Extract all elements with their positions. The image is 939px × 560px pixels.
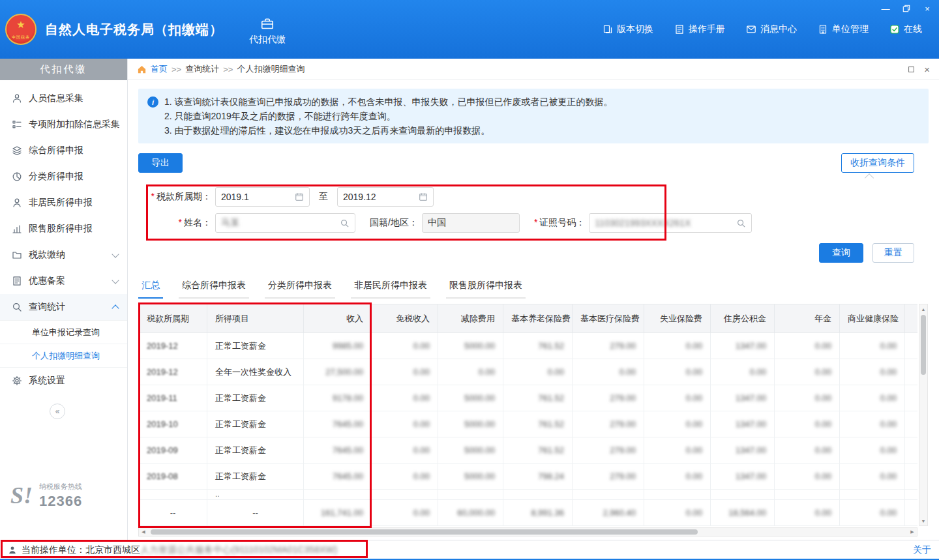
search-icon[interactable] xyxy=(736,218,746,228)
table-row: 2019-08正常工资薪金7645.000.005000.00798.24279… xyxy=(139,464,918,490)
topnav-version-switch[interactable]: 版本切换 xyxy=(603,23,653,35)
pie-icon xyxy=(12,171,22,182)
close-icon[interactable]: × xyxy=(922,3,932,14)
table-header-row: 税款所属期所得项目收入免税收入减除费用基本养老保险费基本医疗保险费失业保险费住房… xyxy=(139,304,918,333)
sidebar-item-restricted-stock[interactable]: 限售股所得申报 xyxy=(0,216,127,242)
scroll-down-icon[interactable]: ▼ xyxy=(919,516,928,525)
online-icon xyxy=(889,24,900,35)
column-header: 失业保险费 xyxy=(644,304,711,333)
org-icon xyxy=(818,24,828,35)
person-icon xyxy=(12,93,22,104)
column-header: 商业健康保险 xyxy=(840,304,905,333)
tabs: 汇总综合所得申报表分类所得申报表非居民所得申报表限售股所得申报表 xyxy=(138,276,929,299)
sidebar-item-system-settings[interactable]: 系统设置 xyxy=(0,367,127,393)
topnav-label: 在线 xyxy=(904,23,922,35)
column-header: 住房公积金 xyxy=(711,304,775,333)
manual-icon xyxy=(674,24,685,35)
calendar-icon[interactable] xyxy=(419,192,428,201)
table-partial-row: .. xyxy=(139,490,918,500)
export-button[interactable]: 导出 xyxy=(138,153,183,173)
sidebar-collapse-button[interactable]: « xyxy=(50,404,65,419)
table-row: 2019-10正常工资薪金7645.000.005000.00761.52279… xyxy=(139,411,918,437)
module-tab-withholding[interactable]: 代扣代缴 xyxy=(249,13,286,46)
scroll-right-icon[interactable]: ▶ xyxy=(908,527,917,537)
top-header: — × ★ 中国税务 自然人电子税务局（扣缴端） 代扣代缴 版本切换操作手册消息… xyxy=(0,0,939,59)
menu-label: 专项附加扣除信息采集 xyxy=(29,119,120,130)
period-label: *税款所属期： xyxy=(138,191,211,203)
sidebar-header: 代扣代缴 xyxy=(0,59,127,80)
checklist-icon xyxy=(12,119,22,130)
version-icon xyxy=(603,24,613,35)
required-mark: * xyxy=(151,191,155,201)
breadcrumb-level1: 查询统计 xyxy=(185,63,219,75)
vscroll-thumb[interactable] xyxy=(921,315,926,375)
tab-comprehensive[interactable]: 综合所得申报表 xyxy=(179,276,249,299)
tab-restricted[interactable]: 限售股所得申报表 xyxy=(446,276,526,299)
name-input[interactable] xyxy=(221,218,337,228)
sidebar-subitem-personal-detail-query[interactable]: 个人扣缴明细查询 xyxy=(0,344,127,367)
restore-icon[interactable] xyxy=(901,3,912,14)
topnav-org-management[interactable]: 单位管理 xyxy=(818,23,869,35)
reset-button[interactable]: 重置 xyxy=(872,243,914,263)
calendar-icon[interactable] xyxy=(295,192,304,201)
menu-label: 税款缴纳 xyxy=(29,249,65,261)
menu-label: 人员信息采集 xyxy=(29,93,83,104)
column-header: 收入 xyxy=(304,304,372,333)
current-unit-clear: 北京市西城区 xyxy=(85,544,140,556)
tab-nonresident[interactable]: 非居民所得申报表 xyxy=(351,276,430,299)
period-start-input[interactable] xyxy=(221,192,292,202)
user-icon xyxy=(8,546,17,555)
vertical-scrollbar[interactable]: ▲ ▼ xyxy=(919,304,928,526)
minimize-icon[interactable]: — xyxy=(880,3,891,14)
required-mark: * xyxy=(179,217,182,228)
id-number-input[interactable] xyxy=(595,218,734,228)
chevron-up-icon xyxy=(112,304,119,312)
horizontal-scrollbar[interactable]: ◀ ▶ xyxy=(138,527,917,537)
panel-close-icon[interactable]: × xyxy=(924,65,930,74)
nationality-label: 国籍/地区： xyxy=(370,217,418,229)
tax-emblem-logo: ★ 中国税务 xyxy=(5,14,37,45)
scroll-up-icon[interactable]: ▲ xyxy=(919,304,928,314)
topnav-online[interactable]: 在线 xyxy=(889,23,922,35)
person-outline-icon xyxy=(12,198,22,208)
table-body: 2019-12正常工资薪金9985.000.005000.00761.52279… xyxy=(139,333,918,526)
sidebar-subitem-unit-report-query[interactable]: 单位申报记录查询 xyxy=(0,320,127,344)
notice-line-1: 1. 该查询统计表仅能查询已申报成功的数据，不包含未申报、申报失败，已申报但已作… xyxy=(164,95,613,109)
sidebar-item-classified-income[interactable]: 分类所得申报 xyxy=(0,164,127,190)
hotline-phone-icon: S! xyxy=(10,485,33,506)
topnav-manual[interactable]: 操作手册 xyxy=(674,23,725,35)
table-row: 2019-09正常工资薪金7645.000.005000.00761.52279… xyxy=(139,437,918,464)
hscroll-thumb[interactable] xyxy=(151,529,698,535)
search-icon[interactable] xyxy=(340,218,350,228)
home-icon xyxy=(137,65,147,74)
period-end-input[interactable] xyxy=(343,192,416,202)
breadcrumb-home[interactable]: 首页 xyxy=(151,63,168,75)
name-field xyxy=(215,213,355,233)
table-row: 2019-12正常工资薪金9985.000.005000.00761.52279… xyxy=(139,333,918,359)
folder-icon xyxy=(12,250,22,260)
breadcrumb-separator: >> xyxy=(171,65,181,74)
sidebar-item-tax-payment[interactable]: 税款缴纳 xyxy=(0,242,127,268)
column-header: 基本养老保险费 xyxy=(503,304,573,333)
panel-restore-icon[interactable] xyxy=(908,66,915,73)
tab-classified[interactable]: 分类所得申报表 xyxy=(265,276,335,299)
sidebar-item-comprehensive-income[interactable]: 综合所得申报 xyxy=(0,138,127,164)
to-label: 至 xyxy=(319,191,328,203)
sidebar-item-query-statistics[interactable]: 查询统计 xyxy=(0,294,127,320)
sidebar-item-special-deduction[interactable]: 专项附加扣除信息采集 xyxy=(0,111,127,138)
notice-line-2: 2. 只能查询2019年及之后的数据，不能进行跨年度查询。 xyxy=(164,109,613,123)
about-link[interactable]: 关于 xyxy=(913,544,931,556)
breadcrumb-level2: 个人扣缴明细查询 xyxy=(237,63,305,75)
sidebar-item-nonresident-income[interactable]: 非居民所得申报 xyxy=(0,190,127,216)
query-button[interactable]: 查询 xyxy=(819,243,863,263)
sidebar-item-person-info[interactable]: 人员信息采集 xyxy=(0,85,127,111)
scroll-left-icon[interactable]: ◀ xyxy=(139,527,148,537)
id-number-label: *证照号码： xyxy=(534,217,585,229)
sidebar-item-preferential-filing[interactable]: 优惠备案 xyxy=(0,268,127,294)
collapse-query-button[interactable]: 收折查询条件 xyxy=(841,153,914,173)
column-header: 免税收入 xyxy=(372,304,438,333)
nationality-input[interactable] xyxy=(428,218,514,228)
period-end-field xyxy=(337,187,434,207)
tab-summary[interactable]: 汇总 xyxy=(138,276,163,299)
topnav-message-center[interactable]: 消息中心 xyxy=(746,23,797,35)
